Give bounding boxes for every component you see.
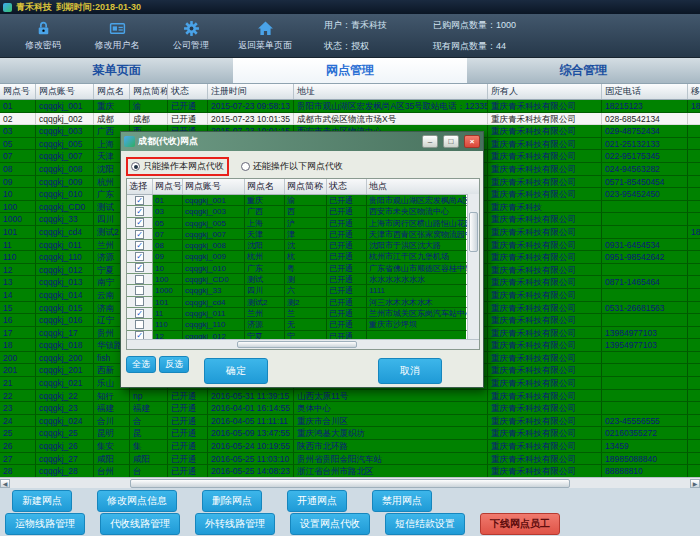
tab-site-management[interactable]: 网点管理 xyxy=(233,58,466,83)
checkbox-icon[interactable]: ✓ xyxy=(135,309,144,318)
checkbox-icon[interactable]: ✓ xyxy=(135,252,144,261)
main-column-header[interactable]: 网点号 xyxy=(0,84,36,99)
minimize-icon[interactable]: – xyxy=(422,135,438,148)
main-table-row[interactable]: 26cqqgkj_26集安集已开通2016-05-24 10:19:55陕西市北… xyxy=(0,440,700,453)
dialog-column-header[interactable]: 地点 xyxy=(367,179,480,194)
dialog-table-row[interactable]: ✓11cqqgkj_011兰州兰已开通兰州市城关区东岗汽车站中心 xyxy=(127,308,466,319)
main-column-header[interactable]: 注册时间 xyxy=(208,84,294,99)
dialog-hscroll-thumb[interactable] xyxy=(237,341,357,348)
main-table-row[interactable]: 01cqqgkj_001重庆渝已开通2015-07-23 09:58:13贵阳市… xyxy=(0,100,700,113)
edit-site-info-button[interactable]: 修改网点信息 xyxy=(97,490,177,512)
dialog-table-row[interactable]: ✓10cqqgkj_010广东粤已开通广东省佛山市顺德区容桂中转仓库 xyxy=(127,263,466,274)
main-column-header[interactable]: 固定电话 xyxy=(602,84,688,99)
main-column-header[interactable]: 状态 xyxy=(168,84,208,99)
tab-menu-page[interactable]: 菜单页面 xyxy=(0,58,233,83)
scroll-left-arrow-icon[interactable]: ◀ xyxy=(0,479,10,488)
dialog-table-row[interactable]: ✓03cqqgkj_003广西西已开通西安市未央区物流中心 xyxy=(127,206,466,217)
dialog-column-header[interactable]: 选择 xyxy=(127,179,153,194)
scroll-right-arrow-icon[interactable]: ▶ xyxy=(690,479,700,488)
delete-site-button[interactable]: 删除网点 xyxy=(202,490,262,512)
back-to-menu-button[interactable]: 返回菜单页面 xyxy=(228,20,302,52)
checkbox-icon[interactable]: ✓ xyxy=(135,241,144,250)
offline-site-staff-button[interactable]: 下线网点员工 xyxy=(480,513,560,535)
checkbox-icon[interactable]: ✓ xyxy=(135,230,144,239)
main-column-header[interactable]: 地址 xyxy=(294,84,488,99)
checkbox-icon[interactable]: ✓ xyxy=(135,196,144,205)
dialog-vertical-scrollbar[interactable] xyxy=(467,194,479,341)
close-icon[interactable]: × xyxy=(464,135,480,148)
dialog-column-header[interactable]: 网点名 xyxy=(245,179,285,194)
dialog-table-row[interactable]: ✓07cqqgkj_007天津津已开通天津市西青区张家窝物流园中转仓库不变 xyxy=(127,229,466,240)
dialog-table-row[interactable]: 110cqqgkj_110济源无已开通重庆市沙坪坝 xyxy=(127,319,466,330)
checkbox-icon[interactable] xyxy=(135,297,144,306)
main-column-header[interactable]: 移动电话 xyxy=(688,84,700,99)
checkbox-icon[interactable] xyxy=(135,275,144,284)
dialog-vscroll-thumb[interactable] xyxy=(469,212,478,252)
main-scrollbar-thumb[interactable] xyxy=(130,479,570,488)
main-column-header[interactable]: 网点账号 xyxy=(36,84,94,99)
main-table-cell: 25 xyxy=(0,427,36,440)
dialog-table-row[interactable]: ✓01cqqgkj_001重庆渝已开通贵阳市观山湖区宏发枫尚A区35号取站电话 xyxy=(127,195,466,206)
main-table-cell: 成都市武侯区物流市场X号 xyxy=(294,113,488,126)
dialog-table-row[interactable]: 101cqqgkj_cd4测试2测2已开通河三水木水木水木 xyxy=(127,297,466,308)
dialog-column-header[interactable]: 状态 xyxy=(327,179,367,194)
dialog-table-row[interactable]: ✓09cqqgkj_009杭州杭已开通杭州市江干区九堡机场 xyxy=(127,251,466,262)
main-table-row[interactable]: 27cqqgkj_27咸阳咸阳已开通2016-05-25 11:03:10贵州省… xyxy=(0,453,700,466)
disable-site-button[interactable]: 禁用网点 xyxy=(372,490,432,512)
checkbox-icon[interactable]: ✓ xyxy=(135,218,144,227)
dialog-column-header[interactable]: 网点简称 xyxy=(285,179,327,194)
dialog-table-row[interactable]: 100cqqgkj_CD0测试测已开通水水水水水水水 xyxy=(127,274,466,285)
maximize-icon[interactable]: □ xyxy=(443,135,459,148)
main-table-row[interactable]: 28cqqgkj_28台州台已开通2016-05-25 14:08:23浙江省台… xyxy=(0,465,700,477)
change-username-button[interactable]: 修改用户名 xyxy=(80,20,154,52)
dialog-table-cell: cqqgkj_005 xyxy=(183,218,245,229)
dialog-table-row[interactable]: ✓08cqqgkj_008沈阳沈已开通沈阳市于洪区沈大路 xyxy=(127,240,466,251)
main-table-row[interactable]: 25cqqgkj_25昆明昆已开通2016-05-09 13:47:55重庆鸿基… xyxy=(0,427,700,440)
set-site-collection-button[interactable]: 设置网点代收 xyxy=(290,513,370,535)
checkbox-icon[interactable]: ✓ xyxy=(135,263,144,272)
dialog-table-cell: 07 xyxy=(153,229,183,240)
main-table-cell: 已开通 xyxy=(168,100,208,113)
main-table-cell: 合川 xyxy=(94,415,130,428)
select-all-button[interactable]: 全选 xyxy=(126,356,156,373)
cancel-button[interactable]: 取消 xyxy=(378,358,442,384)
main-table-row[interactable]: 22cqqgkj_22知行np已开通2016-05-31 11:39:15山西太… xyxy=(0,390,700,403)
company-management-button[interactable]: 公司管理 xyxy=(154,20,228,52)
main-column-header[interactable]: 所有人 xyxy=(488,84,602,99)
main-column-header[interactable]: 网点名 xyxy=(94,84,130,99)
main-table-row[interactable]: 24cqqgkj_024合川合已开通2016-04-05 11:11:11重庆市… xyxy=(0,415,700,428)
main-table-cell: 渝 xyxy=(130,100,168,113)
radio-only-own-site[interactable]: 只能操作本网点代收 xyxy=(131,160,224,173)
new-site-button[interactable]: 新建网点 xyxy=(12,490,72,512)
dialog-column-header[interactable]: 网点账号 xyxy=(183,179,245,194)
radio-other-sites[interactable]: 还能操作以下网点代收 xyxy=(241,160,343,173)
dialog-horizontal-scrollbar[interactable] xyxy=(127,339,479,349)
main-table-cell xyxy=(602,289,688,302)
invert-selection-button[interactable]: 反选 xyxy=(159,356,189,373)
transport-route-management-button[interactable]: 运物线路管理 xyxy=(5,513,85,535)
dialog-table-row[interactable]: 1000cqqgkj_33四川六已开通1111 xyxy=(127,285,466,296)
checkbox-icon[interactable] xyxy=(135,286,144,295)
open-site-button[interactable]: 开通网点 xyxy=(287,490,347,512)
dialog-table-cell: 100 xyxy=(153,274,183,285)
main-table-cell xyxy=(688,465,700,477)
main-table-cell: 重庆青禾科技有限公司 xyxy=(488,465,602,477)
sms-settlement-settings-button[interactable]: 短信结款设置 xyxy=(385,513,465,535)
main-table-row[interactable]: 23cqqgkj_23福建福建已开通2016-04-01 16:14:55奥体中… xyxy=(0,402,700,415)
main-table-cell: cqqgkj_010 xyxy=(36,188,94,201)
confirm-button[interactable]: 确定 xyxy=(204,358,268,384)
change-password-button[interactable]: 修改密码 xyxy=(6,20,80,52)
transfer-route-management-button[interactable]: 外转线路管理 xyxy=(195,513,275,535)
main-table-row[interactable]: 02cqqgkj_002成都成都已开通2015-07-23 10:01:35成都… xyxy=(0,113,700,126)
collection-route-management-button[interactable]: 代收线路管理 xyxy=(100,513,180,535)
checkbox-icon[interactable]: ✓ xyxy=(135,207,144,216)
main-table-cell: 08 xyxy=(0,163,36,176)
main-column-header[interactable]: 网点简称 xyxy=(130,84,168,99)
dialog-table-row[interactable]: ✓05cqqgkj_005上海沪已开通上海市闵行区横山路恒山花园168号 xyxy=(127,218,466,229)
main-horizontal-scrollbar[interactable]: ◀ ▶ xyxy=(0,477,700,488)
dialog-table-cell: 广东 xyxy=(245,263,285,274)
tab-general-management[interactable]: 综合管理 xyxy=(467,58,700,83)
main-table-cell: 重庆青禾科技有限公司 xyxy=(488,150,602,163)
checkbox-icon[interactable] xyxy=(135,320,144,329)
dialog-column-header[interactable]: 网点号 xyxy=(153,179,183,194)
